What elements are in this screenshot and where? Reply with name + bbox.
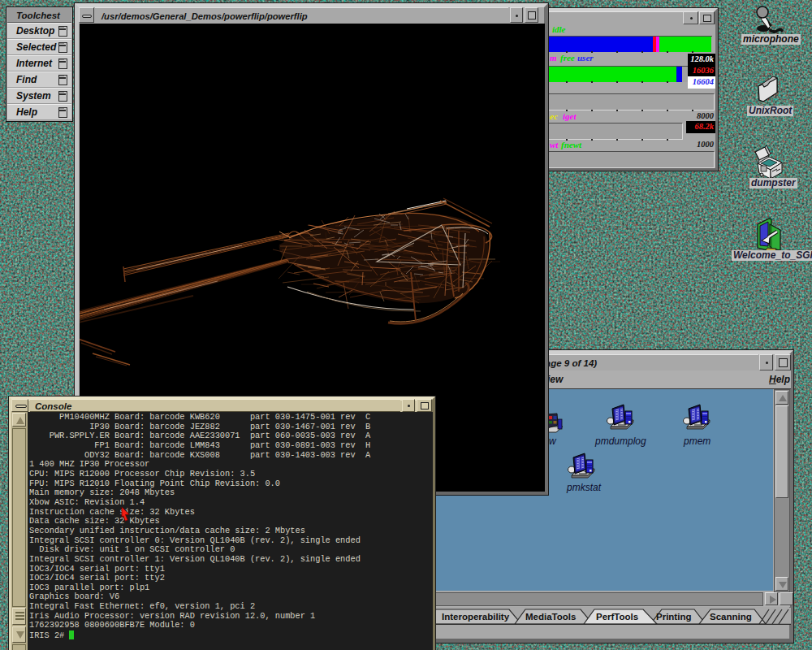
svg-text:PerfTools: PerfTools xyxy=(596,612,638,622)
svg-text:Scanning: Scanning xyxy=(710,612,752,622)
svg-text:Interoperability: Interoperability xyxy=(442,612,510,622)
svg-text:Printing: Printing xyxy=(656,612,691,622)
svg-text:MediaTools: MediaTools xyxy=(525,612,576,622)
